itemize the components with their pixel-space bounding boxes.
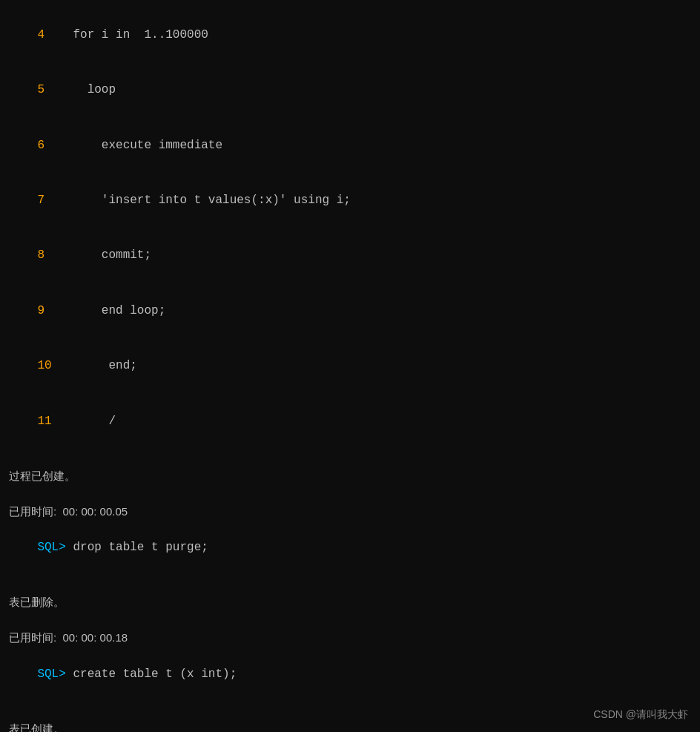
sql-create-table: SQL> create table t (x int); xyxy=(9,647,691,702)
table-deleted: 表已删除。 xyxy=(9,593,691,610)
table-created: 表已创建。 xyxy=(9,720,691,732)
sql-drop: SQL> drop table t purge; xyxy=(9,520,691,575)
process-created: 过程已创建。 xyxy=(9,467,691,484)
watermark: CSDN @请叫我大虾 xyxy=(593,708,688,722)
empty-line xyxy=(9,484,691,503)
empty-line xyxy=(9,576,691,594)
empty-line xyxy=(9,611,691,630)
code-line-8: 8 commit; xyxy=(9,228,691,283)
empty-line xyxy=(9,449,691,467)
code-line-9: 9 end loop; xyxy=(9,283,691,338)
code-line-4: 4 for i in 1..100000 xyxy=(9,7,691,62)
code-line-5: 5 loop xyxy=(9,62,691,117)
code-line-6: 6 execute immediate xyxy=(9,118,691,173)
timing-2: 已用时间: 00: 00: 00.18 xyxy=(9,629,691,646)
code-line-11: 11 / xyxy=(9,394,691,449)
timing-1: 已用时间: 00: 00: 00.05 xyxy=(9,503,691,520)
empty-line xyxy=(9,702,691,720)
code-line-7: 7 'insert into t values(:x)' using i; xyxy=(9,173,691,228)
terminal: 4 for i in 1..100000 5 loop 6 execute im… xyxy=(0,0,700,732)
code-line-10: 10 end; xyxy=(9,338,691,393)
